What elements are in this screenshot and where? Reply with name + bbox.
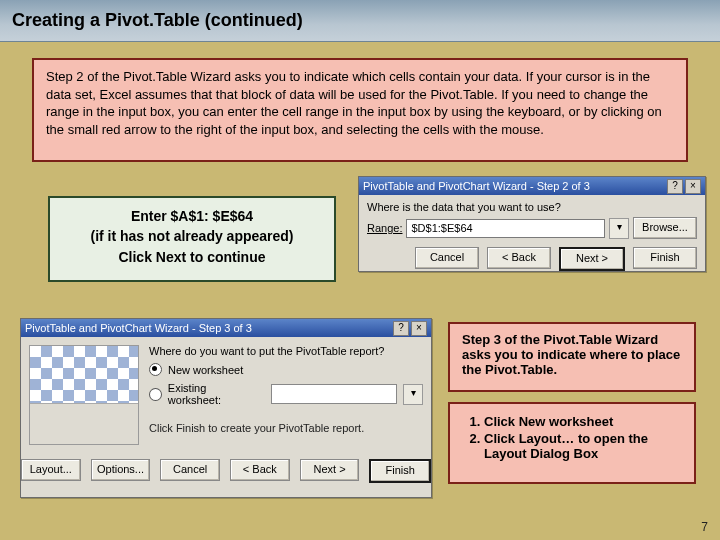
slide-title-bar: Creating a Pivot.Table (continued) — [0, 0, 720, 42]
finish-button[interactable]: Finish — [369, 459, 431, 483]
range-input[interactable] — [406, 219, 605, 238]
wizard3-question: Where do you want to put the PivotTable … — [149, 345, 423, 357]
wizard3-hint: Click Finish to create your PivotTable r… — [149, 422, 423, 434]
step3-item-1: Click New worksheet — [484, 414, 682, 429]
radio-dot-icon — [149, 388, 162, 401]
step3-steps-box: Click New worksheet Click Layout… to ope… — [448, 402, 696, 484]
back-button[interactable]: < Back — [487, 247, 551, 269]
wizard2-title: PivotTable and PivotChart Wizard - Step … — [363, 180, 590, 192]
wizard2-question: Where is the data that you want to use? — [367, 201, 697, 213]
enter-line-1: Enter $A$1: $E$64 — [62, 206, 322, 226]
cancel-button[interactable]: Cancel — [415, 247, 479, 269]
radio-new-worksheet[interactable]: New worksheet — [149, 363, 423, 376]
slide-title: Creating a Pivot.Table (continued) — [12, 10, 303, 31]
instructions-text: Step 2 of the Pivot.Table Wizard asks yo… — [46, 69, 662, 137]
radio-new-label: New worksheet — [168, 364, 243, 376]
enter-line-3: Click Next to continue — [62, 247, 322, 267]
close-icon[interactable]: × — [411, 321, 427, 336]
radio-existing-worksheet[interactable]: Existing worksheet: ▾ — [149, 382, 423, 406]
enter-range-box: Enter $A$1: $E$64 (if it has not already… — [48, 196, 336, 282]
help-icon[interactable]: ? — [667, 179, 683, 194]
help-icon[interactable]: ? — [393, 321, 409, 336]
next-button[interactable]: Next > — [559, 247, 625, 271]
close-icon[interactable]: × — [685, 179, 701, 194]
finish-button[interactable]: Finish — [633, 247, 697, 269]
cancel-button[interactable]: Cancel — [160, 459, 220, 481]
wizard3-title: PivotTable and PivotChart Wizard - Step … — [25, 322, 252, 334]
next-button[interactable]: Next > — [300, 459, 360, 481]
wizard2-titlebar: PivotTable and PivotChart Wizard - Step … — [359, 177, 705, 195]
page-number: 7 — [701, 520, 708, 534]
range-label: Range: — [367, 222, 402, 234]
options-button[interactable]: Options... — [91, 459, 151, 481]
wizard-step-2-dialog: PivotTable and PivotChart Wizard - Step … — [358, 176, 706, 272]
existing-location-input[interactable] — [271, 384, 397, 404]
layout-button[interactable]: Layout... — [21, 459, 81, 481]
instructions-box: Step 2 of the Pivot.Table Wizard asks yo… — [32, 58, 688, 162]
radio-existing-label: Existing worksheet: — [168, 382, 261, 406]
radio-dot-icon — [149, 363, 162, 376]
enter-line-2: (if it has not already appeared) — [62, 226, 322, 246]
collapse-range-icon[interactable]: ▾ — [609, 218, 629, 239]
wizard3-titlebar: PivotTable and PivotChart Wizard - Step … — [21, 319, 431, 337]
wizard2-window-controls: ? × — [667, 179, 701, 194]
step3-item-2: Click Layout… to open the Layout Dialog … — [484, 431, 682, 461]
wizard3-window-controls: ? × — [393, 321, 427, 336]
step3-description: Step 3 of the Pivot.Table Wizard asks yo… — [462, 332, 680, 377]
wizard-step-3-dialog: PivotTable and PivotChart Wizard - Step … — [20, 318, 432, 498]
wizard3-preview-graphic — [29, 345, 139, 445]
browse-button[interactable]: Browse... — [633, 217, 697, 239]
back-button[interactable]: < Back — [230, 459, 290, 481]
collapse-range-icon[interactable]: ▾ — [403, 384, 423, 405]
step3-description-box: Step 3 of the Pivot.Table Wizard asks yo… — [448, 322, 696, 392]
